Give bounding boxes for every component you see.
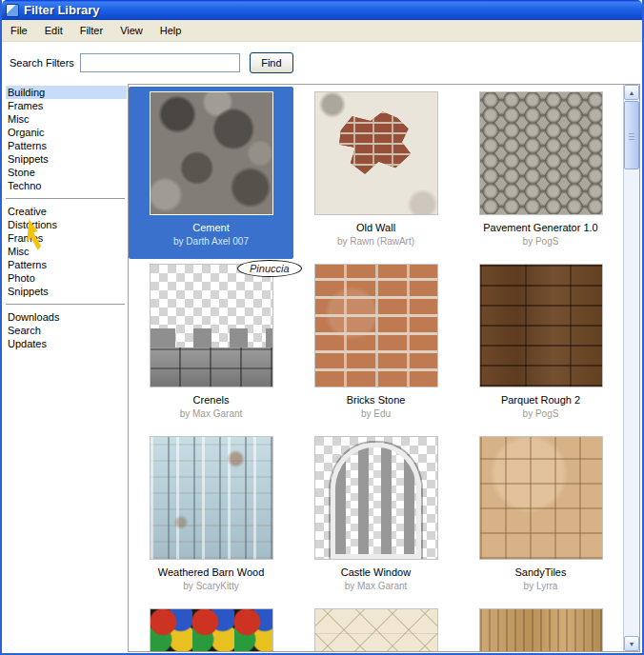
filter-author: by Edu bbox=[361, 408, 391, 419]
search-label: Search Filters bbox=[10, 57, 74, 69]
filter-author: by Lyrra bbox=[524, 581, 558, 591]
window-title: Filter Library bbox=[24, 3, 99, 17]
remote-cursor-label: Pinuccia bbox=[237, 260, 302, 277]
vertical-scrollbar[interactable]: ▲ ▼ bbox=[623, 85, 639, 651]
sidebar-item-building[interactable]: Building bbox=[6, 86, 127, 99]
sidebar-item-misc-2[interactable]: Misc bbox=[6, 245, 127, 258]
filter-name: Bricks Stone bbox=[347, 394, 406, 406]
sidebar-item-patterns[interactable]: Patterns bbox=[6, 139, 127, 152]
thumbnail-bricks bbox=[314, 264, 438, 387]
sidebar-item-snippets[interactable]: Snippets bbox=[6, 152, 127, 166]
filter-name: Pavement Generator 1.0 bbox=[483, 222, 597, 233]
filter-tile-crenels[interactable]: Crenels by Max Garant bbox=[129, 259, 293, 431]
filter-tile-sandy-tiles[interactable]: SandyTiles by Lyrra bbox=[458, 431, 623, 604]
filter-author: by PogS bbox=[523, 236, 559, 247]
scroll-down-icon: ▼ bbox=[629, 641, 635, 647]
search-bar: Search Filters Find bbox=[2, 42, 642, 84]
filter-name: Old Wall bbox=[356, 222, 395, 233]
filter-tile-parquet[interactable]: Parquet Rough 2 by PogS bbox=[458, 259, 623, 431]
filter-grid: Cement by Darth Axel 007 Old Wall by Raw… bbox=[129, 85, 623, 651]
filter-author: by Darth Axel 007 bbox=[173, 236, 249, 247]
filter-name: Castle Window bbox=[341, 566, 411, 578]
sidebar-separator bbox=[6, 304, 125, 305]
filter-author: by ScaryKitty bbox=[183, 581, 238, 591]
menu-item-help[interactable]: Help bbox=[151, 22, 191, 39]
filter-tile-cement[interactable]: Cement by Darth Axel 007 bbox=[129, 87, 293, 259]
sidebar-item-snippets-2[interactable]: Snippets bbox=[6, 285, 127, 298]
filter-tile-barn-wood[interactable]: Weathered Barn Wood by ScaryKitty bbox=[129, 431, 293, 604]
sidebar-item-photo[interactable]: Photo bbox=[6, 271, 127, 285]
thumbnail-barn-wood bbox=[150, 436, 273, 560]
thumbnail-wood bbox=[479, 608, 603, 651]
filter-name: Cement bbox=[192, 222, 230, 233]
thumbnail-parquet bbox=[479, 264, 603, 387]
sidebar-item-patterns-2[interactable]: Patterns bbox=[6, 258, 127, 271]
sidebar-item-organic[interactable]: Organic bbox=[6, 126, 127, 139]
menu-item-file[interactable]: File bbox=[2, 22, 36, 39]
sidebar-item-frames[interactable]: Frames bbox=[6, 99, 127, 112]
sidebar-item-misc[interactable]: Misc bbox=[6, 112, 127, 126]
menu-item-edit[interactable]: Edit bbox=[36, 22, 71, 39]
filter-tile-castle-window[interactable]: Castle Window by Max Garant bbox=[293, 431, 458, 604]
filter-tile-stained-glass[interactable] bbox=[129, 604, 293, 651]
category-sidebar: Building Frames Misc Organic Patterns Sn… bbox=[6, 86, 127, 350]
scroll-up-icon: ▲ bbox=[629, 89, 635, 96]
thumbnail-cement bbox=[150, 91, 273, 215]
thumbnail-pavement bbox=[479, 91, 603, 215]
filter-author: by Max Garant bbox=[180, 408, 243, 419]
sidebar-item-stone[interactable]: Stone bbox=[6, 166, 127, 179]
thumbnail-old-wall bbox=[314, 91, 438, 215]
filter-author: by Rawn (RawArt) bbox=[337, 236, 414, 247]
thumbnail-crenels bbox=[150, 264, 273, 387]
filter-tile-hex-tiles[interactable] bbox=[293, 604, 458, 651]
sidebar-item-frames-2[interactable]: Frames bbox=[6, 231, 127, 245]
filter-author: by Max Garant bbox=[345, 581, 408, 591]
search-input[interactable] bbox=[80, 53, 240, 72]
thumbnail-sandy-tiles bbox=[479, 436, 603, 560]
sidebar-separator bbox=[6, 198, 125, 199]
filter-name: Parquet Rough 2 bbox=[501, 394, 580, 406]
filter-grid-panel: Cement by Darth Axel 007 Old Wall by Raw… bbox=[128, 84, 640, 652]
filter-author: by PogS bbox=[523, 408, 559, 419]
thumbnail-hex-tiles bbox=[314, 608, 438, 651]
filter-name: Crenels bbox=[193, 394, 230, 406]
menu-item-view[interactable]: View bbox=[111, 22, 151, 39]
sidebar-item-search[interactable]: Search bbox=[6, 324, 127, 337]
filter-tile-old-wall[interactable]: Old Wall by Rawn (RawArt) bbox=[293, 87, 458, 259]
menubar: File Edit Filter View Help bbox=[2, 20, 642, 42]
scroll-down-button[interactable]: ▼ bbox=[624, 636, 639, 651]
filter-name: SandyTiles bbox=[514, 566, 566, 578]
sidebar-item-creative[interactable]: Creative bbox=[6, 205, 127, 218]
thumbnail-castle-window bbox=[314, 436, 438, 560]
sidebar-item-distortions[interactable]: Distortions bbox=[6, 218, 127, 231]
menu-item-filter[interactable]: Filter bbox=[71, 22, 111, 39]
filter-library-window: Filter Library File Edit Filter View Hel… bbox=[0, 0, 644, 655]
filter-tile-pavement[interactable]: Pavement Generator 1.0 by PogS bbox=[458, 87, 623, 259]
titlebar[interactable]: Filter Library bbox=[2, 0, 642, 20]
app-icon bbox=[6, 4, 19, 17]
thumbnail-stained-glass bbox=[150, 608, 273, 651]
scrollbar-track[interactable] bbox=[624, 100, 639, 636]
sidebar-item-techno[interactable]: Techno bbox=[6, 179, 127, 192]
sidebar-item-updates[interactable]: Updates bbox=[6, 337, 127, 350]
filter-tile-wood[interactable] bbox=[458, 604, 623, 651]
filter-tile-bricks-stone[interactable]: Bricks Stone by Edu bbox=[293, 259, 458, 431]
sidebar-item-downloads[interactable]: Downloads bbox=[6, 310, 127, 324]
filter-name: Weathered Barn Wood bbox=[158, 566, 265, 578]
scrollbar-thumb[interactable] bbox=[624, 101, 639, 169]
find-button[interactable]: Find bbox=[250, 52, 293, 73]
scroll-up-button[interactable]: ▲ bbox=[624, 85, 639, 100]
